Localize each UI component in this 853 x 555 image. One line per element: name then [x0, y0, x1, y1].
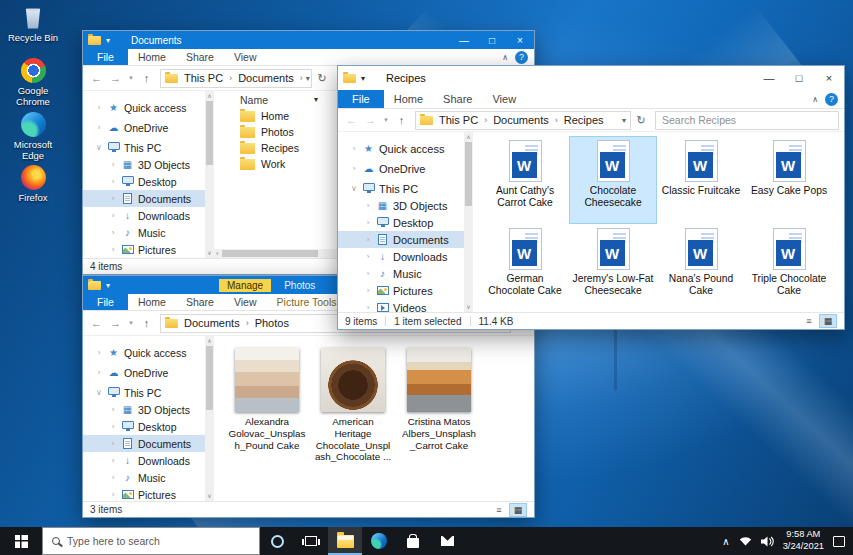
scroll-down-icon[interactable]: ∨ — [207, 492, 211, 500]
tab-share[interactable]: Share — [176, 49, 224, 65]
breadcrumb-photos[interactable]: Photos — [252, 317, 292, 329]
breadcrumb-recipes[interactable]: Recipes — [561, 114, 607, 126]
titlebar[interactable]: ▾ Recipes — □ × — [338, 66, 844, 90]
chevron-right-icon[interactable]: › — [350, 144, 358, 153]
maximize-button[interactable]: □ — [784, 66, 814, 90]
sidebar-item-desktop[interactable]: › Desktop — [83, 418, 205, 435]
tab-file[interactable]: File — [83, 49, 128, 65]
chevron-right-icon[interactable]: › — [95, 123, 103, 132]
chevron-right-icon[interactable]: › — [109, 405, 117, 414]
search-input[interactable] — [655, 111, 839, 130]
up-button[interactable]: ↑ — [138, 72, 155, 84]
taskbar-search-input[interactable] — [67, 535, 250, 547]
sidebar-item-downloads[interactable]: › ↓ Downloads — [83, 452, 205, 469]
sidebar-scrollbar[interactable]: ∧ ∨ — [205, 91, 214, 258]
minimize-button[interactable]: — — [450, 31, 478, 49]
tab-file[interactable]: File — [83, 294, 128, 310]
help-icon[interactable]: ? — [515, 51, 528, 64]
network-icon[interactable] — [739, 536, 752, 546]
details-view-button[interactable]: ≡ — [490, 503, 508, 517]
sidebar-item-documents[interactable]: › Documents — [83, 435, 205, 452]
scroll-up-icon[interactable]: ∧ — [466, 133, 470, 141]
address-dropdown-icon[interactable]: ▾ — [306, 74, 310, 83]
tab-view[interactable]: View — [224, 294, 267, 310]
collapse-ribbon-icon[interactable]: ∧ — [812, 95, 818, 104]
maximize-button[interactable]: □ — [478, 31, 506, 49]
photo-item[interactable]: Cristina Matos Albers_Unsplash_Carrot Ca… — [400, 348, 478, 451]
tab-home[interactable]: Home — [128, 49, 176, 65]
chevron-down-icon[interactable]: ∨ — [350, 184, 358, 193]
address-dropdown-icon[interactable]: ▾ — [622, 116, 626, 125]
scrollbar-thumb[interactable] — [206, 101, 213, 165]
address-bar[interactable]: This PC › Documents › ▾ — [160, 69, 312, 88]
scroll-left-icon[interactable]: ‹ — [216, 249, 219, 258]
file-item[interactable]: W Nana's Pound Cake — [657, 224, 745, 312]
chevron-down-icon[interactable]: ∨ — [95, 143, 103, 152]
tab-file[interactable]: File — [338, 90, 384, 108]
sidebar-item-documents[interactable]: › Documents — [83, 190, 205, 207]
refresh-icon[interactable]: ↻ — [314, 72, 330, 85]
sidebar-item-music[interactable]: › ♪ Music — [83, 224, 205, 241]
photo-item[interactable]: Alexandra Golovac_Unsplash_Pound Cake — [228, 348, 306, 451]
sidebar-item-onedrive[interactable]: › ☁ OneDrive — [83, 364, 205, 381]
scroll-up-icon[interactable]: ∧ — [207, 337, 211, 345]
mail-taskbar-button[interactable] — [430, 527, 464, 555]
chevron-right-icon[interactable]: › — [109, 422, 117, 431]
minimize-button[interactable]: — — [754, 66, 784, 90]
chevron-right-icon[interactable]: › — [109, 177, 117, 186]
scroll-up-icon[interactable]: ∧ — [207, 92, 211, 100]
up-button[interactable]: ↑ — [138, 317, 155, 329]
file-item[interactable]: W Aunt Cathy's Carrot Cake — [481, 136, 569, 224]
chevron-right-icon[interactable]: › — [109, 194, 117, 203]
chevron-right-icon[interactable]: › — [364, 218, 372, 227]
sidebar-scrollbar[interactable]: ∧ ∨ — [464, 132, 473, 312]
file-item[interactable]: W German Chocolate Cake — [481, 224, 569, 312]
file-item[interactable]: W Classic Fruitcake — [657, 136, 745, 224]
tray-show-hidden-icons[interactable]: ∧ — [722, 536, 729, 547]
recent-locations-dropdown-icon[interactable]: ▾ — [126, 319, 136, 327]
sidebar-item-desktop[interactable]: › Desktop — [83, 173, 205, 190]
sidebar-item-onedrive[interactable]: › ☁ OneDrive — [83, 119, 205, 136]
help-icon[interactable]: ? — [825, 93, 838, 106]
sidebar-item-3d-objects[interactable]: › ▦ 3D Objects — [83, 401, 205, 418]
start-button[interactable] — [0, 527, 42, 555]
sidebar-item-pictures[interactable]: › Pictures — [83, 486, 205, 501]
desktop-icon-google-chrome[interactable]: Google Chrome — [4, 57, 62, 108]
edge-taskbar-button[interactable] — [362, 527, 396, 555]
sidebar-item-desktop[interactable]: › Desktop — [338, 214, 464, 231]
breadcrumb-this-pc[interactable]: This PC — [181, 72, 226, 84]
volume-icon[interactable] — [761, 536, 774, 547]
sidebar-item-quick-access[interactable]: › ★ Quick access — [338, 140, 464, 157]
chevron-right-icon[interactable]: › — [364, 235, 372, 244]
store-taskbar-button[interactable] — [396, 527, 430, 555]
desktop-icon-microsoft-edge[interactable]: Microsoft Edge — [4, 111, 62, 162]
tab-view[interactable]: View — [224, 49, 267, 65]
tab-share[interactable]: Share — [433, 90, 482, 108]
sidebar-item-quick-access[interactable]: › ★ Quick access — [83, 99, 205, 116]
breadcrumb-documents[interactable]: Documents — [181, 317, 243, 329]
chevron-right-icon[interactable]: › — [364, 252, 372, 261]
chevron-right-icon[interactable]: › — [109, 160, 117, 169]
sidebar-item-pictures[interactable]: › Pictures — [338, 282, 464, 299]
sidebar-item-3d-objects[interactable]: › ▦ 3D Objects — [83, 156, 205, 173]
back-button[interactable]: ← — [343, 114, 360, 126]
chevron-down-icon[interactable]: ∨ — [95, 388, 103, 397]
sidebar-item-downloads[interactable]: › ↓ Downloads — [83, 207, 205, 224]
tab-picture-tools[interactable]: Picture Tools — [267, 294, 347, 310]
chevron-right-icon[interactable]: › — [109, 490, 117, 499]
up-button[interactable]: ↑ — [393, 114, 410, 126]
breadcrumb-documents[interactable]: Documents — [235, 72, 297, 84]
details-view-button[interactable]: ≡ — [800, 314, 818, 328]
scrollbar-thumb[interactable] — [465, 142, 472, 206]
photo-item[interactable]: American Heritage Chocolate_Unsplash_Cho… — [314, 348, 392, 463]
sidebar-item-music[interactable]: › ♪ Music — [338, 265, 464, 282]
tab-home[interactable]: Home — [384, 90, 433, 108]
file-item[interactable]: W Easy Cake Pops — [745, 136, 833, 224]
collapse-ribbon-icon[interactable]: ∧ — [502, 53, 508, 62]
chevron-right-icon[interactable]: › — [95, 368, 103, 377]
picture-tools-manage-chip[interactable]: Manage — [219, 279, 271, 292]
file-item-selected[interactable]: W Chocolate Cheesecake — [569, 136, 657, 224]
qat-customize-icon[interactable]: ▾ — [361, 74, 365, 83]
desktop-icon-recycle-bin[interactable]: Recycle Bin — [4, 4, 62, 44]
tab-home[interactable]: Home — [128, 294, 176, 310]
